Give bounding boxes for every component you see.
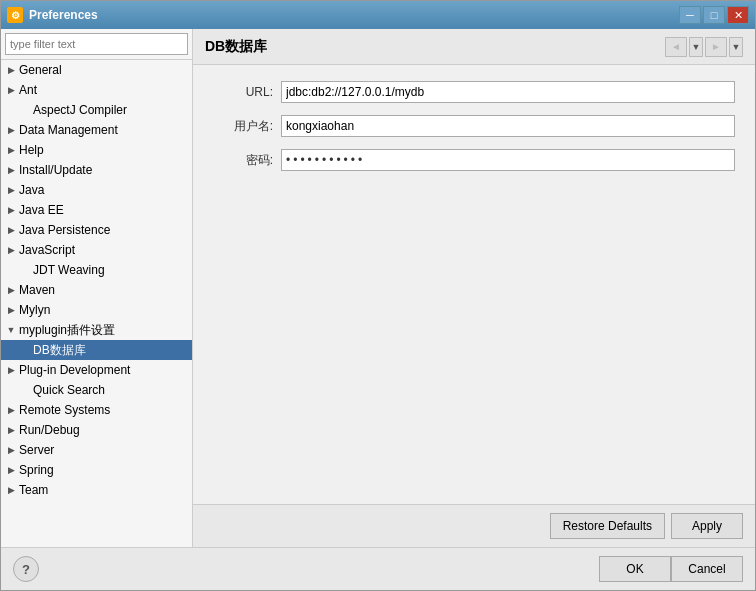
- sidebar-item-java[interactable]: ▶ Java: [1, 180, 192, 200]
- back-dropdown-button[interactable]: ▼: [689, 37, 703, 57]
- panel-title: DB数据库: [205, 38, 665, 56]
- sidebar-item-label: Ant: [19, 83, 37, 97]
- sidebar-item-label: JavaScript: [19, 243, 75, 257]
- sidebar-item-label: Mylyn: [19, 303, 50, 317]
- sidebar-item-data-management[interactable]: ▶ Data Management: [1, 120, 192, 140]
- password-label: 密码:: [213, 152, 273, 169]
- arrow-icon: ▶: [5, 404, 17, 416]
- apply-button[interactable]: Apply: [671, 513, 743, 539]
- panel-footer: Restore Defaults Apply: [193, 504, 755, 547]
- arrow-icon: ▶: [5, 304, 17, 316]
- sidebar-item-label: Java: [19, 183, 44, 197]
- sidebar-item-jdt-weaving[interactable]: JDT Weaving: [1, 260, 192, 280]
- filter-input[interactable]: [5, 33, 188, 55]
- arrow-icon: ▶: [5, 84, 17, 96]
- sidebar-item-label: Java EE: [19, 203, 64, 217]
- title-bar: ⚙ Preferences ─ □ ✕: [1, 1, 755, 29]
- sidebar-item-db-database[interactable]: DB数据库: [1, 340, 192, 360]
- sidebar-item-label: Team: [19, 483, 48, 497]
- sidebar-item-run-debug[interactable]: ▶ Run/Debug: [1, 420, 192, 440]
- sidebar-item-server[interactable]: ▶ Server: [1, 440, 192, 460]
- window-icon: ⚙: [7, 7, 23, 23]
- username-row: 用户名:: [213, 115, 735, 137]
- sidebar-item-label: Maven: [19, 283, 55, 297]
- sidebar-item-label: Data Management: [19, 123, 118, 137]
- panel-nav-buttons: ◄ ▼ ► ▼: [665, 37, 743, 57]
- sidebar-item-label: Plug-in Development: [19, 363, 130, 377]
- sidebar-item-label: AspectJ Compiler: [33, 103, 127, 117]
- username-input[interactable]: [281, 115, 735, 137]
- arrow-icon: ▶: [5, 224, 17, 236]
- password-input[interactable]: [281, 149, 735, 171]
- tree-area: ▶ General ▶ Ant AspectJ Compiler ▶ Data …: [1, 60, 192, 547]
- arrow-icon: ▶: [5, 164, 17, 176]
- sidebar-item-label: Spring: [19, 463, 54, 477]
- sidebar-item-myplugin[interactable]: ▼ myplugin插件设置: [1, 320, 192, 340]
- back-button[interactable]: ◄: [665, 37, 687, 57]
- arrow-icon: ▶: [5, 484, 17, 496]
- maximize-button[interactable]: □: [703, 6, 725, 24]
- dialog-footer: ? OK Cancel: [1, 547, 755, 590]
- sidebar-item-team[interactable]: ▶ Team: [1, 480, 192, 500]
- sidebar-item-plug-in-development[interactable]: ▶ Plug-in Development: [1, 360, 192, 380]
- forward-button[interactable]: ►: [705, 37, 727, 57]
- arrow-icon: ▶: [5, 244, 17, 256]
- ok-button[interactable]: OK: [599, 556, 671, 582]
- forward-dropdown-button[interactable]: ▼: [729, 37, 743, 57]
- sidebar-item-mylyn[interactable]: ▶ Mylyn: [1, 300, 192, 320]
- sidebar-item-label: Remote Systems: [19, 403, 110, 417]
- main-content: ▶ General ▶ Ant AspectJ Compiler ▶ Data …: [1, 29, 755, 547]
- sidebar-item-label: Server: [19, 443, 54, 457]
- sidebar-item-install-update[interactable]: ▶ Install/Update: [1, 160, 192, 180]
- arrow-icon: ▶: [5, 124, 17, 136]
- panel-header: DB数据库 ◄ ▼ ► ▼: [193, 29, 755, 65]
- restore-defaults-button[interactable]: Restore Defaults: [550, 513, 665, 539]
- sidebar-item-label: Java Persistence: [19, 223, 110, 237]
- arrow-icon: ▶: [5, 364, 17, 376]
- sidebar-item-label: DB数据库: [33, 342, 86, 359]
- preferences-window: ⚙ Preferences ─ □ ✕ ▶ General ▶ Ant: [0, 0, 756, 591]
- sidebar-item-label: Run/Debug: [19, 423, 80, 437]
- arrow-icon: ▶: [5, 144, 17, 156]
- sidebar-item-label: myplugin插件设置: [19, 322, 115, 339]
- sidebar-item-remote-systems[interactable]: ▶ Remote Systems: [1, 400, 192, 420]
- right-panel: DB数据库 ◄ ▼ ► ▼ URL: 用户名: 密码:: [193, 29, 755, 547]
- arrow-icon: ▶: [5, 464, 17, 476]
- arrow-icon: ▶: [5, 204, 17, 216]
- window-title: Preferences: [29, 8, 679, 22]
- sidebar: ▶ General ▶ Ant AspectJ Compiler ▶ Data …: [1, 29, 193, 547]
- arrow-icon: ▶: [5, 64, 17, 76]
- username-label: 用户名:: [213, 118, 273, 135]
- sidebar-item-aspectj[interactable]: AspectJ Compiler: [1, 100, 192, 120]
- password-row: 密码:: [213, 149, 735, 171]
- arrow-icon: ▶: [5, 444, 17, 456]
- sidebar-item-label: Install/Update: [19, 163, 92, 177]
- sidebar-item-java-ee[interactable]: ▶ Java EE: [1, 200, 192, 220]
- sidebar-item-quick-search[interactable]: Quick Search: [1, 380, 192, 400]
- window-controls: ─ □ ✕: [679, 6, 749, 24]
- arrow-icon: ▶: [5, 284, 17, 296]
- panel-body: URL: 用户名: 密码:: [193, 65, 755, 504]
- sidebar-item-help[interactable]: ▶ Help: [1, 140, 192, 160]
- sidebar-item-label: JDT Weaving: [33, 263, 105, 277]
- sidebar-item-general[interactable]: ▶ General: [1, 60, 192, 80]
- sidebar-item-java-persistence[interactable]: ▶ Java Persistence: [1, 220, 192, 240]
- minimize-button[interactable]: ─: [679, 6, 701, 24]
- sidebar-item-ant[interactable]: ▶ Ant: [1, 80, 192, 100]
- cancel-button[interactable]: Cancel: [671, 556, 743, 582]
- sidebar-item-maven[interactable]: ▶ Maven: [1, 280, 192, 300]
- arrow-icon: ▶: [5, 184, 17, 196]
- help-button[interactable]: ?: [13, 556, 39, 582]
- url-label: URL:: [213, 85, 273, 99]
- search-box-container: [1, 29, 192, 60]
- url-row: URL:: [213, 81, 735, 103]
- url-input[interactable]: [281, 81, 735, 103]
- sidebar-item-javascript[interactable]: ▶ JavaScript: [1, 240, 192, 260]
- close-button[interactable]: ✕: [727, 6, 749, 24]
- arrow-icon: ▼: [5, 324, 17, 336]
- sidebar-item-label: Help: [19, 143, 44, 157]
- sidebar-item-spring[interactable]: ▶ Spring: [1, 460, 192, 480]
- arrow-icon: ▶: [5, 424, 17, 436]
- sidebar-item-label: General: [19, 63, 62, 77]
- sidebar-item-label: Quick Search: [33, 383, 105, 397]
